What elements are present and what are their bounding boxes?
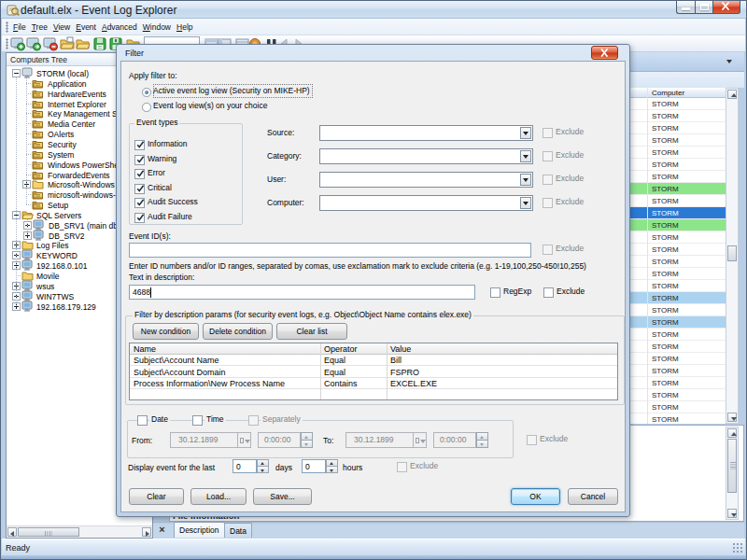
time-checkbox[interactable] [192, 415, 203, 426]
to-date-dropdown[interactable] [413, 432, 427, 448]
tree-item-label[interactable]: 192.168.179.129 [36, 302, 96, 312]
tree-item-label[interactable]: Setup [48, 201, 68, 210]
menu-file[interactable]: File [10, 19, 29, 35]
from-time-field[interactable]: 0:00:00 [258, 432, 301, 448]
menu-tree[interactable]: Tree [29, 19, 50, 35]
to-time-spinner[interactable] [476, 432, 488, 448]
tree-item-label[interactable]: wsus [36, 282, 54, 291]
new-condition-button[interactable]: New condition [133, 323, 199, 340]
menu-window[interactable]: Window [140, 19, 174, 35]
days-input[interactable]: 0 [233, 459, 257, 473]
dialog-close-button[interactable] [591, 46, 618, 60]
from-date-field[interactable]: 30.12.1899 [170, 432, 238, 448]
scroll-right-button[interactable] [142, 527, 151, 537]
source-exclude-checkbox[interactable] [543, 128, 553, 138]
resize-grip[interactable] [732, 542, 743, 553]
tree-item-label[interactable]: 192.168.0.101 [36, 261, 87, 271]
event-type-checkbox-warning[interactable] [134, 155, 145, 165]
tree-item-label[interactable]: WIN7TWS [36, 292, 74, 301]
event-type-checkbox-error[interactable] [134, 169, 145, 179]
tree-item-label[interactable]: KEYWORD [36, 251, 78, 260]
condition-row[interactable]: Subject\Account DomainEqualFSPRO [130, 367, 617, 378]
from-time-spinner[interactable] [301, 432, 313, 448]
save-log-icon[interactable] [92, 36, 107, 51]
source-combo[interactable] [319, 125, 533, 141]
tree-item-label[interactable]: DB_SRV2 [49, 231, 85, 241]
event-id-input[interactable] [129, 243, 531, 258]
category-exclude-checkbox[interactable] [543, 151, 553, 161]
computer-combo-button[interactable] [520, 197, 531, 209]
description-scroll-down-button[interactable] [727, 509, 737, 518]
event-id-exclude-checkbox[interactable] [543, 245, 553, 255]
menu-advanced[interactable]: Advanced [99, 19, 140, 35]
maximize-button[interactable] [695, 1, 713, 14]
category-combo-button[interactable] [520, 150, 531, 162]
disconnect-computer-icon[interactable] [43, 36, 58, 51]
connect-computer-icon[interactable] [10, 36, 25, 51]
tree-item-label[interactable]: Internet Explorer [48, 100, 106, 109]
event-type-checkbox-information[interactable] [134, 140, 145, 150]
event-type-checkbox-critical[interactable] [134, 184, 145, 194]
radio-choice-view[interactable] [142, 103, 151, 112]
menu-view[interactable]: View [50, 19, 73, 35]
source-combo-button[interactable] [520, 127, 531, 139]
tree-item-label[interactable]: System [48, 150, 74, 160]
tree-item-label[interactable]: SQL Servers [36, 211, 81, 220]
grid-scroll-down-button[interactable] [727, 413, 737, 422]
open-remote-computer-icon[interactable] [26, 36, 41, 51]
radio-active-view-label[interactable]: Active event log view (Security on MIKE-… [153, 86, 310, 95]
to-date-field[interactable]: 30.12.1899 [345, 432, 414, 448]
days-spinner[interactable] [257, 459, 269, 473]
cancel-button[interactable]: Cancel [568, 488, 618, 505]
tree-horizontal-scrollbar[interactable] [7, 525, 152, 538]
tree-item-label[interactable]: Microsoft-Windows [48, 180, 115, 189]
description-scrollbar[interactable] [726, 427, 739, 520]
clear-button[interactable]: Clear [129, 488, 184, 505]
computer-exclude-checkbox[interactable] [543, 198, 553, 208]
clear-list-button[interactable]: Clear list [276, 323, 347, 340]
display-exclude-checkbox[interactable] [397, 462, 407, 472]
tree-item-label[interactable]: Application [48, 79, 87, 89]
regexp-checkbox[interactable] [490, 287, 500, 298]
to-time-field[interactable]: 0:00:00 [433, 432, 476, 448]
tree-item-label[interactable]: ForwardedEvents [48, 171, 110, 180]
datetime-exclude-checkbox[interactable] [527, 435, 537, 445]
tree-item-label[interactable]: STORM (local) [36, 69, 89, 78]
scroll-thumb[interactable] [18, 527, 79, 537]
dropdown-arrow-icon[interactable] [726, 60, 732, 63]
event-type-checkbox-audit-success[interactable] [134, 198, 145, 208]
open-log-file-icon[interactable] [60, 36, 75, 51]
tab-data[interactable]: Data [224, 523, 252, 538]
date-checkbox[interactable] [137, 415, 148, 426]
user-combo-button[interactable] [520, 174, 531, 186]
separately-checkbox[interactable] [248, 415, 259, 426]
tree-item-label[interactable]: microsoft-windows-Re [48, 190, 126, 200]
tree-item-label[interactable]: Windows PowerShell [48, 161, 122, 170]
text-description-input[interactable]: 4688 [129, 285, 475, 300]
grid-scroll-up-button[interactable] [727, 90, 737, 99]
tree-item-label[interactable]: Movile [36, 272, 60, 281]
column-header-operator[interactable]: Operator [320, 344, 387, 354]
from-date-dropdown[interactable] [237, 432, 251, 448]
computer-combo[interactable] [319, 195, 533, 211]
text-exclude-checkbox[interactable] [543, 287, 554, 298]
tree-item-label[interactable]: Log Files [36, 241, 69, 250]
user-exclude-checkbox[interactable] [543, 175, 553, 185]
grid-column-computer[interactable]: Computer [652, 89, 684, 97]
category-combo[interactable] [319, 148, 533, 164]
description-scroll-thumb[interactable] [727, 439, 737, 493]
open-folder-icon[interactable] [76, 36, 91, 51]
grid-vertical-scrollbar[interactable] [726, 88, 739, 424]
event-type-checkbox-audit-failure[interactable] [134, 213, 145, 223]
column-header-value[interactable]: Value [387, 344, 619, 354]
minimize-button[interactable] [676, 1, 695, 14]
menu-event[interactable]: Event [73, 19, 99, 35]
description-scroll-up-button[interactable] [727, 428, 737, 438]
radio-choice-view-label[interactable]: Event log view(s) on your choice [153, 101, 267, 110]
column-header-name[interactable]: Name [130, 344, 320, 354]
grid-scroll-thumb[interactable] [727, 245, 737, 261]
tab-description[interactable]: Description [174, 522, 225, 538]
save-button[interactable]: Save... [253, 488, 312, 505]
tree-item-label[interactable]: Media Center [48, 119, 95, 129]
title-bar[interactable]: default.elx - Event Log Explorer [1, 1, 746, 19]
